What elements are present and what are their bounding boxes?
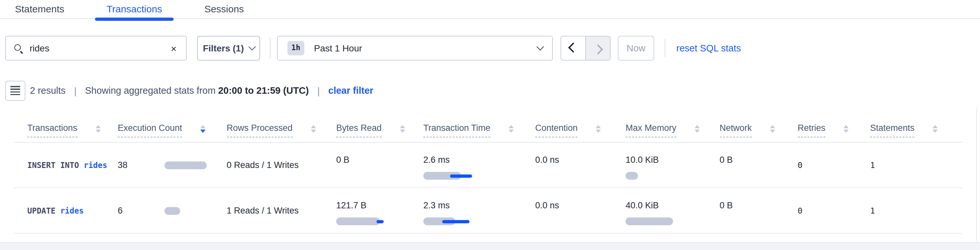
transaction-link[interactable]: rides — [60, 206, 84, 215]
transactions-table: Transactions Execution Count Rows Proces… — [14, 112, 963, 234]
clear-search-icon[interactable]: × — [169, 42, 178, 54]
contention-value: 0.0 ns — [535, 200, 625, 210]
network-value: 0 B — [719, 200, 798, 210]
chevron-down-icon — [536, 43, 544, 50]
transaction-fingerprint: INSERT INTO rides — [14, 143, 118, 188]
bytes-read-bar — [336, 218, 423, 225]
results-count: 2 results — [30, 85, 66, 96]
column-header-statements[interactable]: Statements — [870, 119, 949, 142]
table-row: INSERT INTO rides 38 0 Reads / 1 Writes … — [14, 143, 963, 188]
stats-range: 20:00 to 21:59 (UTC) — [218, 85, 309, 96]
network-cell: 0 B — [719, 143, 798, 188]
clear-filter-link[interactable]: clear filter — [328, 85, 374, 96]
filters-button[interactable]: Filters (1) — [197, 36, 260, 61]
search-icon — [13, 43, 23, 53]
column-label: Retries — [798, 123, 826, 137]
next-interval-button[interactable] — [585, 36, 611, 61]
time-range-picker[interactable]: 1h Past 1 Hour — [277, 36, 553, 61]
separator: | — [317, 85, 320, 96]
content-right-border — [976, 107, 977, 242]
column-label: Bytes Read — [336, 123, 382, 137]
column-label: Transaction Time — [423, 123, 490, 137]
tab-label: Statements — [15, 3, 64, 14]
execution-count-value: 38 — [118, 160, 164, 170]
column-label: Contention — [535, 123, 578, 137]
rows-processed-cell: 1 Reads / 1 Writes — [227, 188, 336, 233]
execution-count-value: 6 — [118, 206, 164, 215]
max-memory-value: 40.0 KiB — [625, 200, 719, 210]
sort-arrows-icon — [95, 125, 101, 133]
filters-label: Filters (1) — [203, 43, 244, 53]
max-memory-bar — [625, 172, 719, 180]
sort-arrows-icon — [770, 125, 775, 133]
search-box: × — [5, 36, 186, 61]
execution-count-cell: 38 — [118, 143, 227, 188]
transaction-link[interactable]: rides — [84, 160, 107, 170]
now-button[interactable]: Now — [618, 36, 654, 61]
table-header-row: Transactions Execution Count Rows Proces… — [14, 112, 963, 143]
column-header-network[interactable]: Network — [719, 119, 798, 142]
column-header-max-memory[interactable]: Max Memory — [625, 119, 719, 142]
sort-arrows-icon — [200, 125, 205, 133]
column-header-transaction-time[interactable]: Transaction Time — [423, 119, 535, 142]
statements-cell: 1 — [870, 143, 949, 188]
chevron-right-icon — [593, 44, 603, 54]
column-header-execution-count[interactable]: Execution Count — [118, 119, 227, 142]
column-selector-button[interactable] — [5, 80, 25, 101]
column-label: Execution Count — [118, 123, 182, 137]
reset-sql-stats-link[interactable]: reset SQL stats — [676, 36, 741, 61]
sort-arrows-icon — [509, 125, 514, 133]
chevron-down-icon — [248, 43, 256, 50]
contention-cell: 0.0 ns — [535, 143, 625, 188]
sql-keyword: UPDATE — [27, 206, 60, 215]
retries-cell: 0 — [798, 143, 870, 188]
column-label: Network — [719, 123, 752, 137]
rows-processed-cell: 0 Reads / 1 Writes — [227, 143, 336, 188]
column-label: Max Memory — [625, 123, 676, 137]
stats-period: Showing aggregated stats from 20:00 to 2… — [85, 85, 309, 96]
column-header-rows-processed[interactable]: Rows Processed — [227, 119, 336, 142]
bytes-read-cell: 121.7 B — [336, 188, 423, 233]
tab-statements[interactable]: Statements — [3, 0, 76, 19]
column-label: Transactions — [27, 123, 77, 137]
column-label: Statements — [870, 123, 915, 137]
sql-keyword: INSERT INTO — [27, 160, 84, 170]
tab-bar: Statements Transactions Sessions — [0, 0, 980, 19]
time-range-badge: 1h — [288, 41, 304, 55]
transaction-fingerprint: UPDATE rides — [14, 188, 118, 233]
column-header-bytes-read[interactable]: Bytes Read — [336, 119, 423, 142]
tab-sessions[interactable]: Sessions — [192, 0, 256, 19]
statements-cell: 1 — [870, 188, 949, 233]
previous-interval-button[interactable] — [560, 36, 585, 61]
column-header-retries[interactable]: Retries — [798, 119, 870, 142]
results-bar: 2 results | Showing aggregated stats fro… — [0, 80, 980, 101]
bytes-read-value: 0 B — [336, 155, 423, 165]
network-value: 0 B — [719, 155, 798, 165]
transaction-time-cell: 2.3 ms — [423, 188, 535, 233]
chevron-left-icon — [568, 42, 578, 53]
column-header-contention[interactable]: Contention — [535, 119, 625, 142]
column-label: Rows Processed — [227, 123, 293, 137]
toolbar: × Filters (1) 1h Past 1 Hour Now reset S… — [0, 36, 980, 61]
sort-arrows-icon — [311, 125, 316, 133]
hamburger-icon — [10, 86, 20, 95]
sort-arrows-icon — [596, 125, 601, 133]
search-input[interactable] — [30, 43, 169, 53]
results-summary: 2 results | Showing aggregated stats fro… — [30, 85, 373, 96]
transaction-time-value: 2.6 ms — [423, 155, 535, 165]
tab-transactions[interactable]: Transactions — [95, 0, 174, 19]
column-header-transactions[interactable]: Transactions — [14, 119, 118, 142]
active-tab-indicator — [95, 18, 174, 21]
transaction-time-bar — [423, 172, 535, 180]
execution-count-bar — [164, 207, 180, 215]
contention-value: 0.0 ns — [535, 155, 625, 165]
execution-count-bar — [164, 161, 207, 169]
sql-activity-page: Statements Transactions Sessions × Filte… — [0, 0, 980, 250]
max-memory-cell: 40.0 KiB — [625, 188, 719, 233]
tab-label: Sessions — [204, 3, 244, 14]
toolbar-divider — [665, 39, 665, 57]
bytes-read-cell: 0 B — [336, 143, 423, 188]
sort-arrows-icon — [933, 125, 938, 133]
separator: | — [74, 85, 77, 96]
time-pager — [560, 36, 611, 61]
